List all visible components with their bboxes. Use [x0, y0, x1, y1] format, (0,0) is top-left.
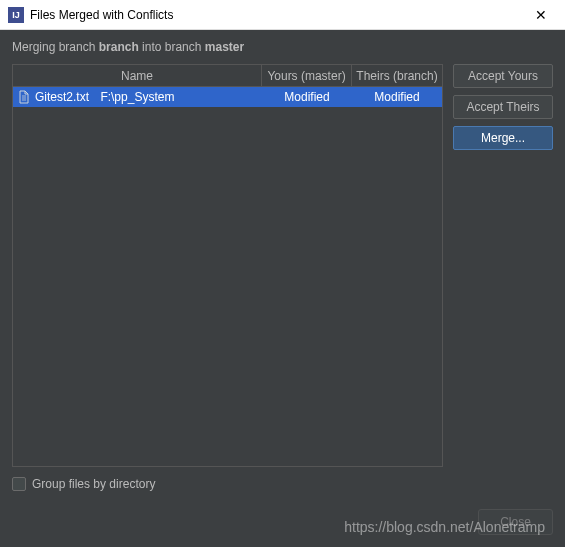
checkbox-label: Group files by directory	[32, 477, 155, 491]
titlebar: IJ Files Merged with Conflicts ✕	[0, 0, 565, 30]
table-body: Gitest2.txt F:\pp_System Modified Modifi…	[13, 87, 442, 466]
column-theirs[interactable]: Theirs (branch)	[352, 65, 442, 87]
accept-yours-button[interactable]: Accept Yours	[453, 64, 553, 88]
cell-name: Gitest2.txt F:\pp_System	[13, 90, 262, 104]
bottom-bar: Close	[12, 509, 553, 535]
close-button[interactable]: Close	[478, 509, 553, 535]
merge-description: Merging branch branch into branch master	[12, 40, 553, 54]
accept-theirs-button[interactable]: Accept Theirs	[453, 95, 553, 119]
action-buttons: Accept Yours Accept Theirs Merge...	[453, 64, 553, 467]
dialog-content: Merging branch branch into branch master…	[0, 30, 565, 547]
file-icon	[17, 90, 31, 104]
table-header: Name Yours (master) Theirs (branch)	[13, 65, 442, 87]
window-title: Files Merged with Conflicts	[30, 8, 525, 22]
column-yours[interactable]: Yours (master)	[262, 65, 352, 87]
app-icon: IJ	[8, 7, 24, 23]
column-name[interactable]: Name	[13, 65, 262, 87]
target-branch: master	[205, 40, 244, 54]
table-row[interactable]: Gitest2.txt F:\pp_System Modified Modifi…	[13, 87, 442, 107]
cell-theirs: Modified	[352, 90, 442, 104]
conflicts-table: Name Yours (master) Theirs (branch) Gite…	[12, 64, 443, 467]
main-area: Name Yours (master) Theirs (branch) Gite…	[12, 64, 553, 467]
checkbox-icon	[12, 477, 26, 491]
desc-prefix: Merging branch	[12, 40, 99, 54]
filepath: F:\pp_System	[100, 90, 174, 104]
cell-yours: Modified	[262, 90, 352, 104]
desc-middle: into branch	[139, 40, 205, 54]
merge-button[interactable]: Merge...	[453, 126, 553, 150]
footer: Group files by directory	[12, 477, 553, 491]
close-icon[interactable]: ✕	[525, 5, 557, 25]
filename: Gitest2.txt	[35, 90, 89, 104]
group-by-directory-checkbox[interactable]: Group files by directory	[12, 477, 155, 491]
source-branch: branch	[99, 40, 139, 54]
